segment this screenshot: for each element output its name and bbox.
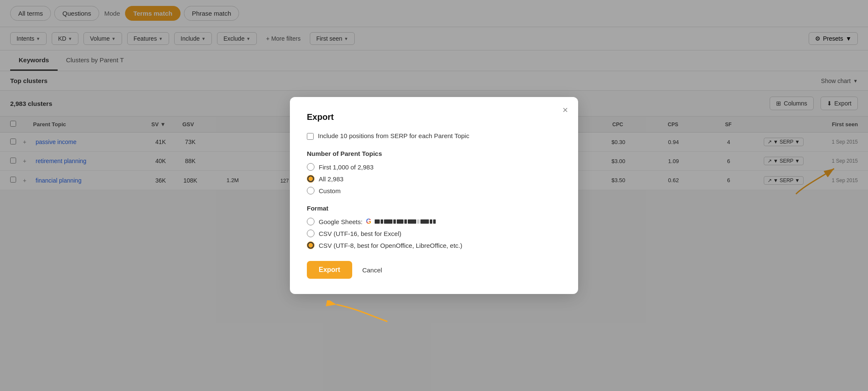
parent-topics-radio-group: First 1,000 of 2,983 All 2,983 Custom bbox=[307, 163, 561, 194]
modal-export-btn[interactable]: Export bbox=[307, 261, 352, 279]
google-g-icon: G bbox=[366, 218, 371, 225]
format-section: Format Google Sheets: G bbox=[307, 205, 561, 249]
radio-csv-utf8-label[interactable]: CSV (UTF-8, best for OpenOffice, LibreOf… bbox=[319, 242, 462, 249]
include-serp-label[interactable]: Include 10 positions from SERP for each … bbox=[318, 132, 469, 139]
format-label: Format bbox=[307, 205, 561, 212]
radio-csv-utf8[interactable] bbox=[307, 241, 314, 249]
modal-title: Export bbox=[307, 112, 561, 122]
radio-all-2983-label[interactable]: All 2,983 bbox=[319, 175, 343, 183]
radio-custom-row: Custom bbox=[307, 187, 561, 194]
radio-first-1000-row: First 1,000 of 2,983 bbox=[307, 163, 561, 171]
export-modal: × Export Include 10 positions from SERP … bbox=[290, 97, 578, 294]
radio-csv-utf16-row: CSV (UTF-16, best for Excel) bbox=[307, 230, 561, 237]
modal-close-btn[interactable]: × bbox=[562, 105, 568, 115]
modal-overlay[interactable]: × Export Include 10 positions from SERP … bbox=[0, 0, 868, 391]
radio-first-1000[interactable] bbox=[307, 163, 314, 171]
num-parent-topics-label: Number of Parent Topics bbox=[307, 150, 561, 157]
google-sheets-cells bbox=[375, 219, 436, 224]
radio-all-2983-row: All 2,983 bbox=[307, 175, 561, 183]
google-sheets-text: Google Sheets: bbox=[319, 218, 362, 225]
modal-cancel-btn[interactable]: Cancel bbox=[359, 261, 386, 279]
radio-custom-label[interactable]: Custom bbox=[319, 187, 341, 194]
include-serp-checkbox[interactable] bbox=[307, 133, 314, 140]
radio-csv-utf8-row: CSV (UTF-8, best for OpenOffice, LibreOf… bbox=[307, 241, 561, 249]
radio-google-sheets-row: Google Sheets: G bbox=[307, 218, 561, 225]
radio-csv-utf16[interactable] bbox=[307, 230, 314, 237]
radio-google-sheets-label[interactable]: Google Sheets: G bbox=[319, 218, 436, 225]
radio-first-1000-label[interactable]: First 1,000 of 2,983 bbox=[319, 164, 373, 171]
radio-custom[interactable] bbox=[307, 187, 314, 194]
modal-actions: Export Cancel bbox=[307, 261, 561, 279]
arrow-csv-annotation bbox=[324, 300, 392, 326]
radio-all-2983[interactable] bbox=[307, 175, 314, 183]
radio-csv-utf16-label[interactable]: CSV (UTF-16, best for Excel) bbox=[319, 230, 401, 237]
include-serp-row: Include 10 positions from SERP for each … bbox=[307, 132, 561, 140]
radio-google-sheets[interactable] bbox=[307, 218, 314, 225]
